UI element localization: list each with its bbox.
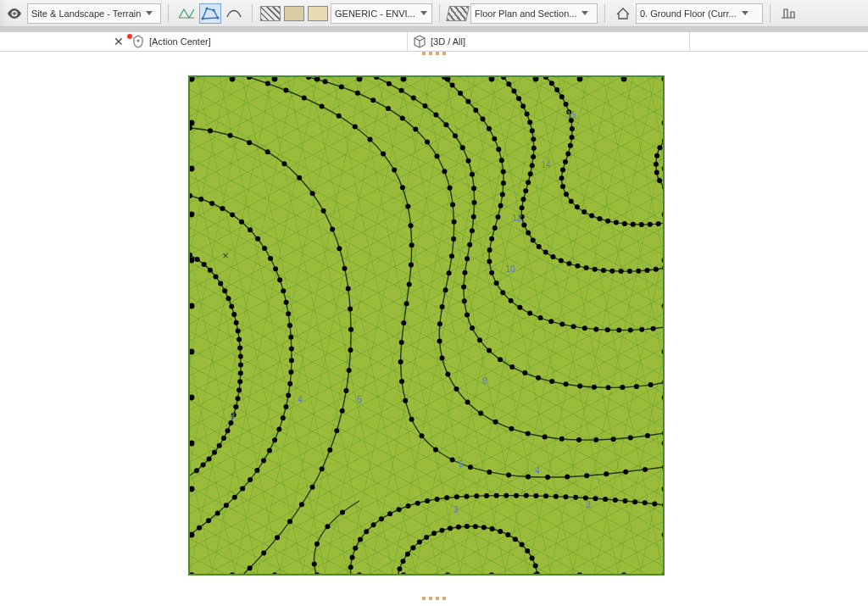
svg-point-246	[559, 322, 565, 327]
cube-3d-icon	[413, 35, 426, 48]
tab-action-center[interactable]: ✕ [Action Center]	[108, 32, 408, 51]
svg-point-88	[347, 368, 352, 373]
svg-point-315	[622, 221, 627, 226]
svg-point-369	[563, 494, 568, 499]
svg-point-394	[489, 77, 495, 81]
svg-point-247	[571, 324, 576, 329]
svg-point-275	[531, 237, 536, 242]
svg-point-211	[564, 381, 569, 386]
close-icon[interactable]: ✕	[114, 36, 124, 47]
chevron-down-icon	[581, 11, 588, 15]
svg-point-349	[371, 522, 376, 527]
svg-point-251	[616, 328, 621, 333]
model-viewport[interactable]: 3458101214155433 ×	[0, 55, 868, 606]
svg-point-256	[506, 81, 511, 86]
hatch-icon[interactable]	[259, 3, 281, 24]
svg-point-237	[487, 259, 492, 264]
svg-point-263	[531, 136, 536, 142]
svg-point-362	[494, 493, 499, 498]
section-hatch-icon[interactable]	[447, 3, 469, 24]
svg-point-147	[339, 85, 344, 90]
svg-point-361	[484, 493, 489, 498]
svg-point-370	[573, 495, 578, 500]
mesh-rect-icon[interactable]	[175, 3, 198, 24]
splitter-grip-bottom-icon[interactable]	[422, 597, 446, 600]
terrain-surface[interactable]: 3458101214155433 ×	[188, 75, 665, 575]
view-dropdown[interactable]: Floor Plan and Section...	[470, 3, 598, 24]
svg-point-0	[13, 12, 16, 15]
svg-point-47	[277, 277, 282, 282]
svg-point-38	[209, 201, 214, 206]
material-dropdown[interactable]: GENERIC - ENVI...	[331, 3, 432, 24]
svg-point-333	[481, 525, 487, 530]
svg-point-151	[400, 115, 405, 120]
story-group: 0. Ground Floor (Curr...	[612, 3, 763, 25]
svg-point-340	[530, 555, 535, 560]
tab-3d-all[interactable]: [3D / All]	[408, 32, 690, 51]
chevron-down-icon	[146, 11, 153, 15]
svg-point-159	[451, 236, 456, 242]
svg-point-287	[627, 269, 632, 274]
svg-point-94	[310, 485, 315, 490]
svg-point-214	[606, 385, 611, 390]
fill-swatch-icon[interactable]	[283, 3, 305, 24]
svg-point-174	[542, 434, 548, 439]
svg-point-22	[238, 370, 243, 375]
svg-point-311	[589, 214, 594, 219]
svg-point-234	[492, 225, 498, 231]
svg-point-138	[545, 475, 550, 480]
svg-point-115	[367, 136, 372, 142]
svg-point-135	[487, 470, 492, 475]
fill-swatch2-icon[interactable]	[307, 3, 329, 24]
terrain-object[interactable]: 3458101214155433 ×	[188, 75, 665, 575]
eye-icon[interactable]	[3, 3, 25, 24]
svg-point-10	[213, 274, 218, 279]
svg-point-334	[490, 526, 495, 531]
svg-point-304	[560, 167, 565, 172]
svg-point-120	[409, 223, 414, 228]
home-story-icon[interactable]	[612, 3, 634, 24]
svg-point-323	[405, 552, 410, 557]
svg-point-81	[330, 227, 335, 232]
action-center-icon	[131, 35, 145, 48]
svg-point-130	[409, 417, 415, 422]
svg-point-403	[357, 573, 363, 575]
svg-point-243	[527, 311, 532, 316]
svg-point-171	[493, 420, 498, 425]
svg-point-129	[403, 398, 408, 403]
svg-point-109	[265, 81, 270, 86]
svg-point-322	[401, 559, 406, 564]
svg-point-193	[471, 186, 476, 191]
svg-point-32	[212, 450, 217, 455]
svg-point-264	[531, 146, 537, 151]
svg-point-116	[381, 151, 386, 156]
mesh-poly-icon[interactable]	[199, 3, 221, 24]
svg-point-385	[657, 145, 662, 150]
svg-point-303	[563, 159, 568, 164]
svg-point-93	[320, 466, 325, 471]
svg-point-143	[643, 467, 648, 472]
svg-point-208	[522, 370, 527, 375]
svg-point-8	[202, 262, 207, 267]
svg-point-293	[549, 81, 554, 86]
story-dropdown[interactable]: 0. Ground Floor (Curr...	[636, 3, 763, 24]
svg-point-273	[521, 223, 526, 228]
svg-point-228	[499, 158, 504, 163]
svg-point-85	[348, 307, 353, 312]
svg-point-377	[643, 500, 648, 505]
svg-point-299	[570, 126, 575, 131]
svg-point-427	[662, 258, 665, 264]
svg-point-302	[565, 151, 570, 156]
svg-point-48	[281, 288, 286, 293]
svg-point-53	[289, 347, 294, 352]
svg-point-288	[636, 269, 641, 274]
elevation-link-icon[interactable]	[777, 3, 799, 24]
svg-point-335	[498, 529, 503, 534]
svg-point-354	[415, 501, 420, 506]
layer-dropdown[interactable]: Site & Landscape - Terrain	[27, 3, 161, 24]
mesh-free-icon[interactable]	[223, 3, 245, 24]
svg-point-201	[462, 298, 467, 303]
svg-point-95	[299, 502, 304, 507]
svg-point-296	[564, 102, 569, 107]
svg-point-401	[272, 573, 278, 575]
